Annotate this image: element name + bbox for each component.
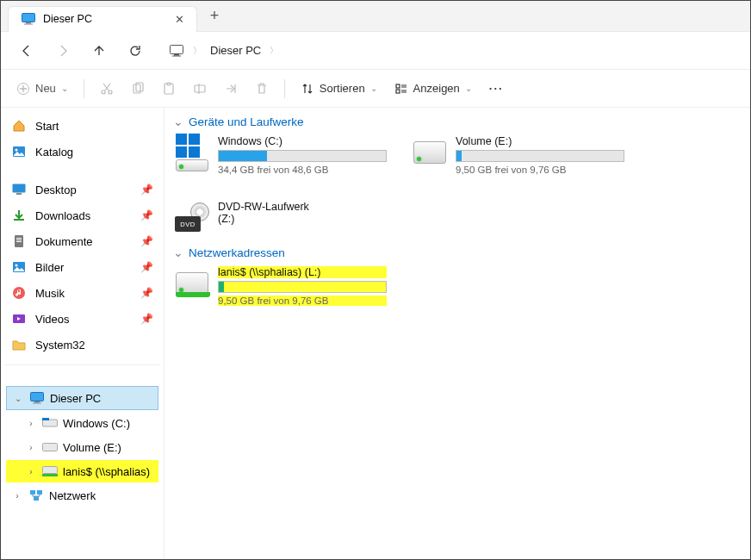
nav-bar: 〉 Dieser PC 〉 [1,32,750,70]
svg-rect-19 [16,193,22,195]
group-label: Geräte und Laufwerke [189,115,304,128]
close-tab-icon[interactable]: ✕ [175,13,184,26]
capacity-bar [218,150,387,162]
command-bar: Neu ⌄ Sortieren ⌄ Anzeigen ⌄ ··· [1,70,750,108]
separator [84,79,84,98]
svg-rect-13 [195,85,205,92]
tree-label: Volume (E:) [63,441,121,454]
monitor-icon [169,43,184,59]
share-button[interactable] [217,78,245,99]
nav-katalog[interactable]: Katalog [4,139,160,165]
svg-rect-39 [34,496,39,501]
dvd-drive-icon: DVD [175,201,209,235]
svg-rect-33 [42,418,49,420]
new-label: Neu [35,82,56,95]
copy-button[interactable] [124,78,152,99]
drive-subtext: 9,50 GB frei von 9,76 GB [456,165,624,175]
breadcrumb-this-pc[interactable]: Dieser PC [210,44,261,57]
svg-rect-15 [396,90,400,93]
pin-icon[interactable]: 📌 [140,209,153,221]
drive-dvd-z[interactable]: DVD DVD-RW-Laufwerk (Z:) [173,199,320,237]
chevron-right-icon[interactable]: › [25,443,37,452]
nav-label: System32 [35,339,85,352]
capacity-bar [456,150,624,162]
drive-windows-c[interactable]: Windows (C:) 34,4 GB frei von 48,6 GB [173,134,388,177]
delete-button[interactable] [248,78,276,99]
drive-icon [413,135,447,170]
forward-button[interactable] [49,37,77,65]
cut-button[interactable] [93,78,121,99]
drive-subtext: 34,4 GB frei von 48,6 GB [218,165,387,175]
more-button[interactable]: ··· [482,78,511,98]
chevron-right-icon[interactable]: › [25,419,37,428]
pin-icon[interactable]: 📌 [140,235,153,247]
chevron-down-icon: ⌄ [61,84,68,93]
tree-label: Dieser PC [50,392,101,405]
paste-button[interactable] [155,78,183,99]
nav-start[interactable]: Start [4,113,160,139]
tree-lanis[interactable]: › lanis$ (\\sphalias) [6,460,158,482]
desktop-icon [11,182,27,197]
tabs-bar: Dieser PC ✕ + [1,1,750,32]
music-icon [11,285,27,301]
svg-rect-38 [37,490,42,495]
tree-network[interactable]: › Netzwerk [6,484,158,507]
refresh-button[interactable] [121,37,149,65]
nav-downloads[interactable]: Downloads 📌 [4,202,160,228]
address-bar[interactable]: 〉 Dieser PC 〉 [161,39,738,63]
gallery-icon [11,144,27,159]
back-button[interactable] [13,37,40,65]
pin-icon[interactable]: 📌 [140,313,153,325]
nav-dokumente[interactable]: Dokumente 📌 [4,228,160,254]
tree-windows-c[interactable]: › Windows (C:) [6,412,158,434]
drive-subtext: 9,50 GB frei von 9,76 GB [218,296,387,306]
svg-rect-31 [33,403,41,404]
svg-point-7 [102,90,105,94]
pin-icon[interactable]: 📌 [140,184,153,196]
drive-name: Volume (E:) [456,135,624,147]
nav-bilder[interactable]: Bilder 📌 [4,254,160,280]
new-tab-button[interactable]: + [201,7,228,25]
tab-this-pc[interactable]: Dieser PC ✕ [8,6,197,32]
nav-system32[interactable]: System32 [4,332,160,358]
tree-label: Windows (C:) [63,417,130,430]
sort-button[interactable]: Sortieren ⌄ [294,78,384,99]
nav-musik[interactable]: Musik 📌 [4,280,160,306]
rename-button[interactable] [186,78,214,99]
pin-icon[interactable]: 📌 [140,287,153,299]
chevron-down-icon[interactable]: ⌄ [173,246,183,259]
monitor-icon [29,390,45,406]
tab-title: Dieser PC [43,13,92,25]
folder-icon [11,337,27,352]
monitor-icon [21,11,36,27]
nav-label: Videos [35,313,70,326]
svg-rect-0 [22,14,35,22]
chevron-down-icon[interactable]: ⌄ [173,115,183,128]
document-icon [11,233,27,249]
tree-volume-e[interactable]: › Volume (E:) [6,436,158,458]
group-network[interactable]: ⌄ Netzwerkadressen [173,246,742,259]
download-icon [11,208,27,223]
svg-rect-23 [16,240,22,240]
home-icon [11,118,27,134]
view-button[interactable]: Anzeigen ⌄ [388,78,479,99]
tree-this-pc[interactable]: ⌄ Dieser PC [6,386,158,410]
chevron-down-icon[interactable]: ⌄ [12,394,24,403]
chevron-right-icon[interactable]: › [25,467,37,476]
chevron-right-icon[interactable]: 〉 [270,45,278,57]
chevron-right-icon[interactable]: › [11,491,23,501]
view-label: Anzeigen [413,82,460,95]
drive-lanis-l[interactable]: lanis$ (\\sphalias) (L:) 9,50 GB frei vo… [173,264,388,308]
nav-desktop[interactable]: Desktop 📌 [4,177,160,202]
drive-volume-e[interactable]: Volume (E:) 9,50 GB frei von 9,76 GB [411,134,626,177]
sort-label: Sortieren [320,82,365,95]
chevron-down-icon: ⌄ [465,84,472,93]
nav-label: Musik [35,287,65,300]
new-button[interactable]: Neu ⌄ [9,78,75,99]
group-label: Netzwerkadressen [189,246,285,259]
nav-videos[interactable]: Videos 📌 [4,306,160,332]
up-button[interactable] [85,37,113,65]
pin-icon[interactable]: 📌 [140,261,153,273]
group-drives[interactable]: ⌄ Geräte und Laufwerke [173,115,742,128]
chevron-right-icon[interactable]: 〉 [193,45,202,57]
